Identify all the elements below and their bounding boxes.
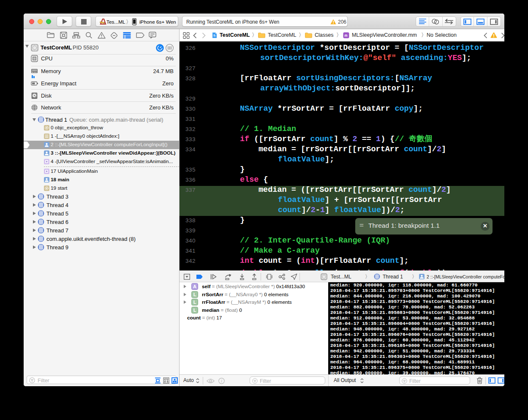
svg-text:i: i — [221, 379, 222, 383]
